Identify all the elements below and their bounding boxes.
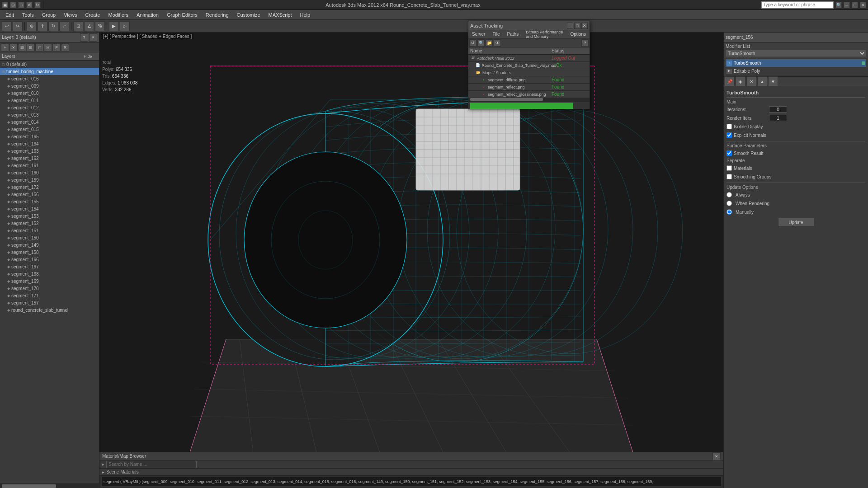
asset-menu-bitmap[interactable]: Bitmap Performance and Memory [522, 30, 566, 38]
layer-item-segment_162[interactable]: ◆segment_162 [0, 155, 99, 162]
layer-item-tunnel_boring_machine[interactable]: ⊞tunnel_boring_machine [0, 68, 99, 75]
at-help-btn[interactable]: ? [581, 39, 589, 47]
menu-rendering[interactable]: Rendering [202, 11, 232, 19]
tb-snap[interactable]: ⊡ [73, 21, 83, 31]
at-set-path-btn[interactable]: 📁 [486, 39, 493, 47]
layer-item-segment_009[interactable]: ◆segment_009 [0, 82, 99, 89]
hscroll-thumb[interactable] [2, 484, 56, 488]
layer-item-segment_164[interactable]: ◆segment_164 [0, 140, 99, 147]
ts-when-rendering-radio[interactable] [726, 201, 732, 206]
at-view-btn[interactable]: 👁 [494, 39, 501, 47]
tb-btn-4[interactable]: ↻ [34, 2, 41, 8]
layer-item-segment_155[interactable]: ◆segment_155 [0, 198, 99, 205]
viewport-3d-scene[interactable] [99, 33, 723, 488]
menu-maxscript[interactable]: MAXScript [265, 11, 296, 19]
mod-delete-btn[interactable]: ✕ [746, 76, 756, 86]
layers-help-btn[interactable]: ? [80, 33, 88, 42]
minimize-btn[interactable]: ─ [844, 2, 850, 8]
menu-help[interactable]: Help [297, 11, 314, 19]
tb-angle-snap[interactable]: ∠ [84, 21, 94, 31]
asset-menu-file[interactable]: File [489, 30, 503, 38]
layers-render-toggle[interactable]: R [61, 43, 69, 52]
modifier-editable-poly[interactable]: E Editable Poly [726, 67, 866, 75]
search-btn[interactable]: 🔍 [835, 2, 842, 8]
layer-item-segment_015[interactable]: ◆segment_015 [0, 126, 99, 133]
tb-btn-2[interactable]: □ [18, 2, 24, 8]
tb-scale[interactable]: ⤢ [59, 21, 69, 31]
layer-item-segment_160[interactable]: ◆segment_160 [0, 169, 99, 176]
layer-item-segment_010[interactable]: ◆segment_010 [0, 89, 99, 97]
layer-item-segment_172[interactable]: ◆segment_172 [0, 183, 99, 191]
layer-item-segment_170[interactable]: ◆segment_170 [0, 285, 99, 292]
material-search-input[interactable] [106, 461, 197, 468]
menu-animation[interactable]: Animation [133, 11, 162, 19]
layer-item-segment_149[interactable]: ◆segment_149 [0, 241, 99, 249]
asset-row-reflect[interactable]: ▪ segment_reflect.png Found [468, 84, 590, 91]
asset-minimize-btn[interactable]: ─ [567, 23, 573, 29]
menu-group[interactable]: Group [38, 11, 60, 19]
ts-isoline-checkbox[interactable] [726, 124, 732, 129]
asset-row-vault[interactable]: 🏛 Autodesk Vault 2012 Logged Out [468, 55, 590, 62]
layer-item-segment_167[interactable]: ◆segment_167 [0, 263, 99, 270]
layer-item-segment_016[interactable]: ◆segment_016 [0, 75, 99, 82]
ts-smoothing-groups-checkbox[interactable] [726, 174, 732, 179]
tb-undo[interactable]: ↩ [2, 21, 12, 31]
maximize-btn[interactable]: □ [852, 2, 858, 8]
mod-pin-btn[interactable]: 📌 [725, 76, 735, 86]
mod-make-unique-btn[interactable]: ◈ [736, 76, 745, 86]
ts-always-radio[interactable] [726, 192, 732, 197]
viewport[interactable]: [+] [ Perspective ] [ Shaded + Edged Fac… [99, 33, 723, 488]
asset-menu-server[interactable]: Server [468, 30, 489, 38]
layers-close-btn[interactable]: ✕ [89, 33, 97, 42]
tb-rotate[interactable]: ↻ [48, 21, 58, 31]
layer-item-segment_156[interactable]: ◆segment_156 [0, 191, 99, 198]
asset-row-max-file[interactable]: 📄 Round_Concrete_Slab_Tunnel_vray.max Ok [468, 62, 590, 69]
ts-materials-checkbox[interactable] [726, 165, 732, 171]
layer-item-segment_152[interactable]: ◆segment_152 [0, 220, 99, 227]
layer-item-segment_163[interactable]: ◆segment_163 [0, 147, 99, 155]
at-resolve-btn[interactable]: 🔍 [477, 39, 485, 47]
menu-graph-editors[interactable]: Graph Editors [163, 11, 201, 19]
tb-move[interactable]: ✛ [38, 21, 47, 31]
layers-add-obj-btn[interactable]: ⊞ [18, 43, 26, 52]
menu-customize[interactable]: Customize [233, 11, 264, 19]
layer-item-segment_012[interactable]: ◆segment_012 [0, 104, 99, 111]
menu-tools[interactable]: Tools [19, 11, 38, 19]
material-browser-close-btn[interactable]: ✕ [712, 452, 721, 460]
mod-move-down-btn[interactable]: ▼ [768, 76, 778, 86]
ts-update-btn[interactable]: Update [778, 218, 814, 227]
layer-item-segment_157[interactable]: ◆segment_157 [0, 299, 99, 306]
layers-new-btn[interactable]: + [1, 43, 9, 52]
ts-smooth-result-checkbox[interactable] [726, 150, 732, 156]
layer-item-segment_169[interactable]: ◆segment_169 [0, 277, 99, 285]
layer-item-0_(default)[interactable]: ◻0 (default) [0, 61, 99, 68]
ts-manually-radio[interactable] [726, 209, 732, 215]
asset-scrollbar[interactable] [468, 98, 590, 102]
mod-move-up-btn[interactable]: ▲ [757, 76, 767, 86]
tb-btn-1[interactable]: ⊞ [10, 2, 16, 8]
asset-scroll-thumb[interactable] [470, 98, 543, 101]
tb-render[interactable]: ▶ [109, 21, 119, 31]
layer-item-segment_154[interactable]: ◆segment_154 [0, 205, 99, 212]
modifier-turbosmooth[interactable]: T TurboSmooth [726, 59, 866, 67]
ts-iterations-input[interactable] [769, 106, 787, 113]
layer-item-segment_166[interactable]: ◆segment_166 [0, 256, 99, 263]
layer-item-segment_168[interactable]: ◆segment_168 [0, 270, 99, 277]
asset-row-glossiness[interactable]: ▪ segment_reflect_glossiness.png Found [468, 91, 590, 98]
layers-delete-btn[interactable]: ✕ [9, 43, 18, 52]
layer-item-segment_171[interactable]: ◆segment_171 [0, 292, 99, 299]
layer-item-round_concrete_slab_tunnel[interactable]: ◆round_concrete_slab_tunnel [0, 306, 99, 314]
asset-close-btn[interactable]: ✕ [581, 23, 588, 29]
layer-item-segment_153[interactable]: ◆segment_153 [0, 212, 99, 220]
tb-percent-snap[interactable]: % [95, 21, 105, 31]
tb-select[interactable]: ⊕ [27, 21, 37, 31]
layer-item-segment_151[interactable]: ◆segment_151 [0, 227, 99, 234]
tb-redo[interactable]: ↪ [13, 21, 23, 31]
asset-restore-btn[interactable]: □ [574, 23, 580, 29]
asset-menu-options[interactable]: Options [567, 30, 590, 38]
asset-menu-paths[interactable]: Paths [504, 30, 523, 38]
app-icon[interactable]: ▣ [2, 2, 8, 8]
layers-select-btn[interactable]: ◻ [35, 43, 43, 52]
layer-item-segment_013[interactable]: ◆segment_013 [0, 111, 99, 118]
asset-row-diffuse[interactable]: ▪ segment_diffuse.png Found [468, 76, 590, 84]
